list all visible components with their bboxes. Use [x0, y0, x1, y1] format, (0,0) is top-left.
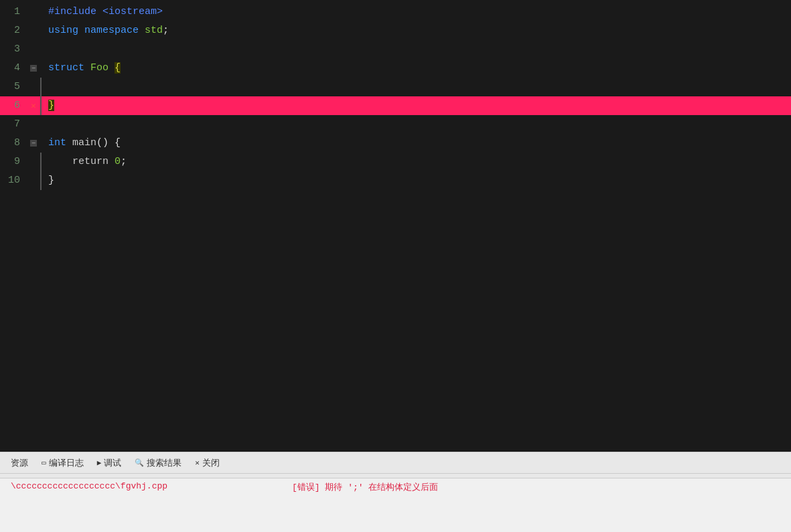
panel-tab-2[interactable]: ▶调试 — [92, 456, 127, 470]
tab-icon-1: ▭ — [42, 458, 46, 467]
panel-tabs: 资源▭编译日志▶调试🔍搜索结果✕关闭 — [0, 452, 791, 474]
code-line-2: 2using namespace std; — [0, 21, 791, 40]
line-content-10: } — [46, 171, 791, 190]
tab-icon-3: 🔍 — [135, 458, 144, 467]
panel-row-info-0: [错误] 期待 ';' 在结构体定义后面 — [292, 481, 780, 493]
code-line-6: 6✕} — [0, 96, 791, 115]
tab-label-3: 搜索结果 — [147, 457, 182, 469]
line-number-4: 4 — [0, 59, 27, 78]
tab-label-4: 关闭 — [202, 457, 220, 469]
line-content-6: } — [46, 96, 791, 115]
bottom-panel: 资源▭编译日志▶调试🔍搜索结果✕关闭 \ccccccccccccccccccc\… — [0, 452, 791, 532]
line-content-9: return 0; — [46, 153, 791, 171]
panel-tab-0[interactable]: 资源 — [5, 456, 33, 470]
panel-content: \ccccccccccccccccccc\fgvhj.cpp[错误] 期待 ';… — [0, 474, 791, 532]
line-number-2: 2 — [0, 21, 27, 40]
line-gutter-4: − — [27, 59, 40, 78]
line-gutter-3 — [27, 40, 40, 59]
code-editor: 1#include <iostream>2using namespace std… — [0, 0, 791, 452]
line-number-8: 8 — [0, 134, 27, 153]
panel-tab-3[interactable]: 🔍搜索结果 — [129, 456, 187, 470]
line-gutter-5 — [27, 78, 40, 96]
line-number-6: 6 — [0, 96, 27, 115]
line-content-7 — [46, 115, 791, 134]
code-line-10: 10} — [0, 171, 791, 190]
line-number-3: 3 — [0, 40, 27, 59]
tab-icon-2: ▶ — [97, 458, 102, 467]
line-content-8: int main() { — [46, 134, 791, 153]
line-gutter-8: − — [27, 134, 40, 153]
line-content-1: #include <iostream> — [46, 3, 791, 21]
code-line-8: 8−int main() { — [0, 134, 791, 153]
code-line-4: 4−struct Foo { — [0, 59, 791, 78]
panel-tab-4[interactable]: ✕关闭 — [190, 456, 225, 470]
line-number-5: 5 — [0, 78, 27, 96]
line-number-7: 7 — [0, 115, 27, 134]
tab-label-1: 编译日志 — [49, 457, 84, 469]
line-gutter-10 — [27, 171, 40, 190]
code-line-3: 3 — [0, 40, 791, 59]
fold-icon[interactable]: − — [30, 65, 37, 72]
fold-icon[interactable]: − — [30, 140, 37, 147]
code-line-9: 9 return 0; — [0, 153, 791, 171]
panel-row-0: \ccccccccccccccccccc\fgvhj.cpp[错误] 期待 ';… — [0, 478, 791, 496]
tab-label-0: 资源 — [11, 457, 28, 469]
tab-label-2: 调试 — [104, 457, 121, 469]
line-gutter-6: ✕ — [27, 96, 40, 115]
line-gutter-1 — [27, 3, 40, 21]
fold-bar — [40, 78, 42, 96]
fold-bar — [40, 153, 42, 171]
fold-bar — [40, 96, 42, 115]
line-content-4: struct Foo { — [46, 59, 791, 78]
error-icon: ✕ — [31, 100, 36, 111]
tab-icon-4: ✕ — [195, 458, 200, 467]
line-content-2: using namespace std; — [46, 21, 791, 40]
panel-header — [0, 474, 791, 478]
fold-bar — [40, 171, 42, 190]
line-content-3 — [46, 40, 791, 59]
line-gutter-2 — [27, 21, 40, 40]
line-gutter-7 — [27, 115, 40, 134]
line-content-5 — [46, 78, 791, 96]
line-number-9: 9 — [0, 153, 27, 171]
line-number-10: 10 — [0, 171, 27, 190]
code-line-7: 7 — [0, 115, 791, 134]
panel-tab-1[interactable]: ▭编译日志 — [36, 456, 89, 470]
code-line-1: 1#include <iostream> — [0, 3, 791, 21]
line-gutter-9 — [27, 153, 40, 171]
line-number-1: 1 — [0, 3, 27, 21]
panel-row-yuan-0: \ccccccccccccccccccc\fgvhj.cpp — [11, 481, 292, 493]
code-line-5: 5 — [0, 78, 791, 96]
